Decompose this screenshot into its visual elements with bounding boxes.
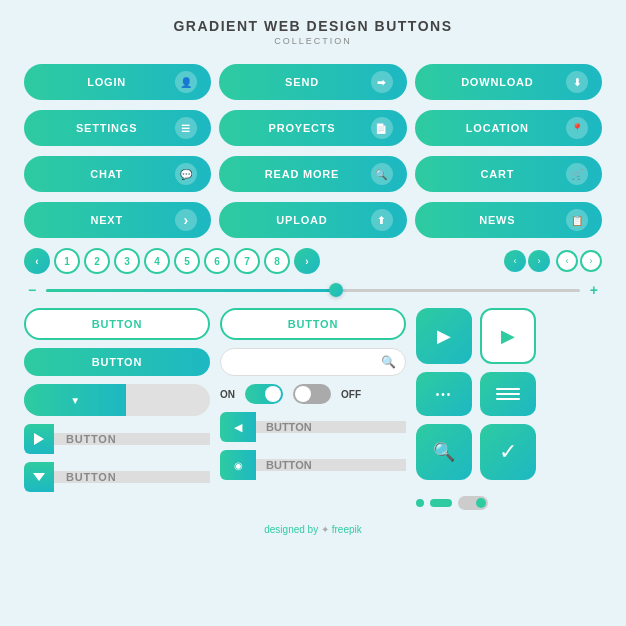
toggle-left-active: ▼ <box>24 384 126 416</box>
bottom-dots <box>416 496 602 510</box>
arrow-right-filled[interactable]: › <box>528 250 550 272</box>
mid-toggle-icon-1: ◀ <box>234 421 242 434</box>
mid-toggle-row-1[interactable]: ◀ BUTTON <box>220 412 406 442</box>
projects-icon: 📄 <box>371 117 393 139</box>
menu-button[interactable] <box>480 372 536 416</box>
page-subtitle: COLLECTION <box>24 36 602 46</box>
big-btn-row-3: 🔍 ✓ <box>416 424 602 480</box>
toggle-off[interactable] <box>293 384 331 404</box>
upload-button[interactable]: UPLOAD ⬆ <box>219 202 406 238</box>
lower-section: BUTTON BUTTON ▼ BUTTON BUTTON <box>24 308 602 510</box>
onoff-row: ON OFF <box>220 384 406 404</box>
cart-button[interactable]: CART 🛒 <box>415 156 602 192</box>
col-right: ▶ ▶ ••• 🔍 ✓ <box>416 308 602 510</box>
button-grid-row3: CHAT 💬 READ MORE 🔍 CART 🛒 <box>24 156 602 192</box>
slider-thumb[interactable] <box>329 283 343 297</box>
arrow-down-icon-2 <box>33 473 45 481</box>
settings-button[interactable]: SETTINGS ☰ <box>24 110 211 146</box>
slider-minus[interactable]: − <box>28 282 36 298</box>
arrow-controls: ‹ › ‹ › <box>504 250 602 272</box>
off-label: OFF <box>341 389 361 400</box>
split-left-1 <box>24 424 54 454</box>
footer: designed by ✦ freepik <box>24 524 602 535</box>
pagination-5[interactable]: 5 <box>174 248 200 274</box>
projects-button[interactable]: PROYECTS 📄 <box>219 110 406 146</box>
pagination-1[interactable]: 1 <box>54 248 80 274</box>
search-icon: 🔍 <box>381 355 396 369</box>
arrow-right-outline[interactable]: › <box>580 250 602 272</box>
cart-icon: 🛒 <box>566 163 588 185</box>
mid-toggle-row-2[interactable]: ◉ BUTTON <box>220 450 406 480</box>
chat-button[interactable]: CHAT 💬 <box>24 156 211 192</box>
pagination-row: ‹ 1 2 3 4 5 6 7 8 › <box>24 248 320 274</box>
pagination-section: ‹ 1 2 3 4 5 6 7 8 › ‹ › ‹ › <box>24 248 602 274</box>
play-button-filled[interactable]: ▶ <box>416 308 472 364</box>
search-button-sq[interactable]: 🔍 <box>416 424 472 480</box>
send-button[interactable]: SEND ➡ <box>219 64 406 100</box>
search-input[interactable] <box>220 348 406 376</box>
col-left: BUTTON BUTTON ▼ BUTTON BUTTON <box>24 308 210 510</box>
button-grid-row4: NEXT › UPLOAD ⬆ NEWS 📋 <box>24 202 602 238</box>
send-icon: ➡ <box>371 71 393 93</box>
news-button[interactable]: NEWS 📋 <box>415 202 602 238</box>
pagination-2[interactable]: 2 <box>84 248 110 274</box>
split-right-1: BUTTON <box>54 433 210 445</box>
dot-toggle-knob <box>476 498 486 508</box>
menu-line-3 <box>496 398 520 400</box>
pagination-8[interactable]: 8 <box>264 248 290 274</box>
arrow-left-outline[interactable]: ‹ <box>556 250 578 272</box>
menu-line-1 <box>496 388 520 390</box>
download-button[interactable]: DOWNLOAD ⬇ <box>415 64 602 100</box>
upload-icon: ⬆ <box>371 209 393 231</box>
solid-button-1[interactable]: BUTTON <box>24 348 210 376</box>
button-grid-row1: LOGIN 👤 SEND ➡ DOWNLOAD ⬇ <box>24 64 602 100</box>
col-mid: BUTTON 🔍 ON OFF ◀ BUTTON <box>220 308 406 510</box>
dot-pill <box>430 499 452 507</box>
settings-icon: ☰ <box>175 117 197 139</box>
big-btn-row-1: ▶ ▶ <box>416 308 602 364</box>
slider-plus[interactable]: + <box>590 282 598 298</box>
pagination-3[interactable]: 3 <box>114 248 140 274</box>
play-icon-1 <box>34 433 44 445</box>
dot-1 <box>416 499 424 507</box>
toggle-on[interactable] <box>245 384 283 404</box>
outline-button-2[interactable]: BUTTON <box>220 308 406 340</box>
login-button[interactable]: LOGIN 👤 <box>24 64 211 100</box>
big-btn-row-2: ••• <box>416 372 602 416</box>
toggle-knob-off <box>295 386 311 402</box>
arrow-left-filled[interactable]: ‹ <box>504 250 526 272</box>
location-icon: 📍 <box>566 117 588 139</box>
play-button-outline[interactable]: ▶ <box>480 308 536 364</box>
location-button[interactable]: LOCATION 📍 <box>415 110 602 146</box>
mid-toggle-left-1: ◀ <box>220 412 256 442</box>
next-button[interactable]: NEXT › <box>24 202 211 238</box>
mid-toggle-icon-2: ◉ <box>234 460 243 471</box>
arrow-pair-1: ‹ › <box>504 250 550 272</box>
user-icon: 👤 <box>175 71 197 93</box>
pagination-prev[interactable]: ‹ <box>24 248 50 274</box>
split-btn-2[interactable]: BUTTON <box>24 462 210 492</box>
pagination-next[interactable]: › <box>294 248 320 274</box>
next-icon: › <box>175 209 197 231</box>
news-icon: 📋 <box>566 209 588 231</box>
slider-track[interactable] <box>46 289 580 292</box>
split-btn-1[interactable]: BUTTON <box>24 424 210 454</box>
pagination-4[interactable]: 4 <box>144 248 170 274</box>
pagination-6[interactable]: 6 <box>204 248 230 274</box>
page-title: GRADIENT WEB DESIGN BUTTONS <box>24 18 602 34</box>
pagination-7[interactable]: 7 <box>234 248 260 274</box>
toggle-row-left[interactable]: ▼ <box>24 384 210 416</box>
dot-toggle[interactable] <box>458 496 488 510</box>
outline-button-1[interactable]: BUTTON <box>24 308 210 340</box>
slider-section: − + <box>24 282 602 298</box>
read-more-icon: 🔍 <box>371 163 393 185</box>
read-more-button[interactable]: READ MORE 🔍 <box>219 156 406 192</box>
split-right-2: BUTTON <box>54 471 210 483</box>
menu-line-2 <box>496 393 520 395</box>
dots-button[interactable]: ••• <box>416 372 472 416</box>
mid-toggle-right-1: BUTTON <box>256 421 406 433</box>
slider-fill <box>46 289 339 292</box>
download-icon: ⬇ <box>566 71 588 93</box>
split-left-2 <box>24 462 54 492</box>
check-button-sq[interactable]: ✓ <box>480 424 536 480</box>
